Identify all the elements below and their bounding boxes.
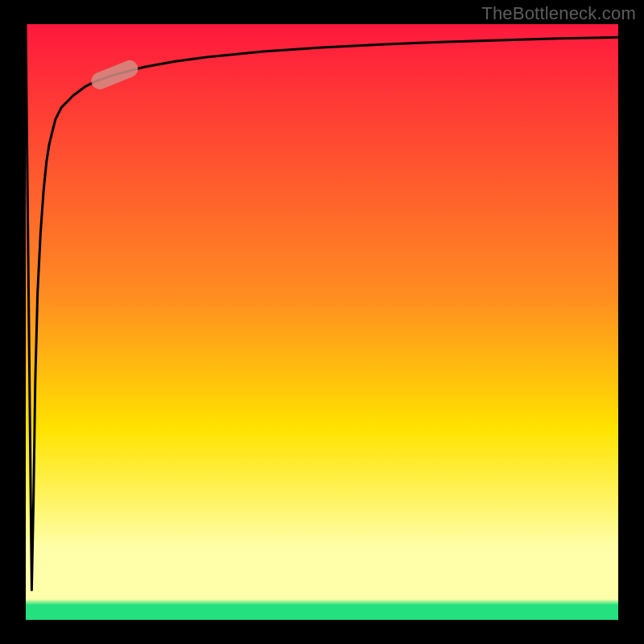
chart-plot-area <box>26 24 618 620</box>
chart-svg <box>0 0 644 644</box>
chart-container: TheBottleneck.com <box>0 0 644 644</box>
watermark-text: TheBottleneck.com <box>481 3 636 24</box>
